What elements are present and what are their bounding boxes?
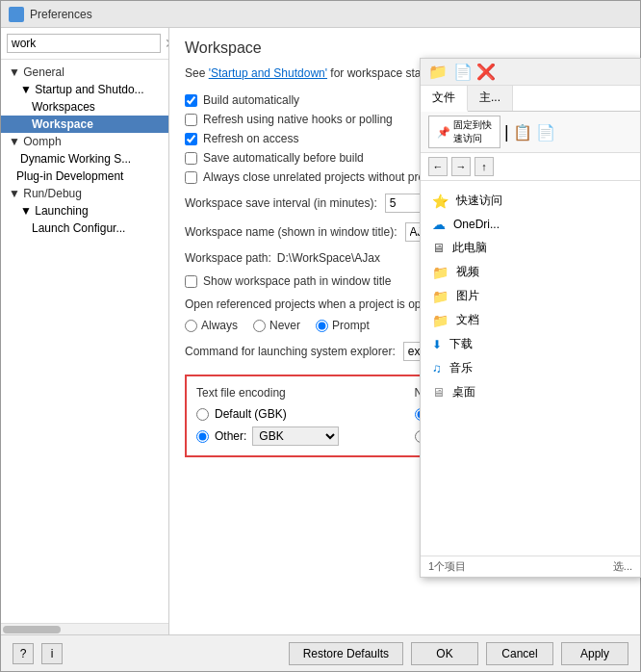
tree-item-workspace[interactable]: Workspace [1, 116, 168, 133]
never-label: Never [269, 319, 300, 332]
build-auto-checkbox[interactable] [185, 94, 197, 107]
tab-main[interactable]: 主... [468, 86, 513, 111]
scrollbar-thumb[interactable] [3, 626, 61, 633]
always-radio[interactable] [185, 320, 197, 332]
command-label: Command for launching system explorer: [185, 345, 396, 358]
music-label: 音乐 [449, 360, 473, 376]
paste-icon: 📄 [536, 123, 555, 142]
close-unrelated-checkbox[interactable] [185, 171, 197, 184]
docs-item[interactable]: 📁 文档 [428, 308, 632, 332]
desktop-label: 桌面 [452, 384, 475, 401]
tree-item-oomph[interactable]: ▼ Oomph [1, 133, 168, 150]
up-button[interactable]: ↑ [474, 157, 494, 176]
video-folder-icon: 📁 [432, 265, 449, 280]
separator-icon: | [504, 122, 509, 142]
quick-access-label: 快速访问 [456, 193, 502, 209]
tree-item-plugin[interactable]: Plug-in Development [1, 168, 168, 185]
folder-icon: 📁 [428, 63, 448, 81]
desktop-icon: 🖥 [432, 385, 445, 400]
explorer-titlebar: 📁 📄 ❌ [421, 59, 640, 86]
encoding-other-label: Other: [215, 429, 246, 443]
encoding-select[interactable]: GBK UTF-8 ISO-8859-1 [252, 426, 339, 446]
pin-label: 固定到快速访问 [453, 118, 492, 145]
tree: ▼ General ▼ Startup and Shutdo... Worksp… [1, 60, 168, 623]
prompt-label: Prompt [332, 319, 370, 332]
bottom-left: ? i [13, 643, 281, 664]
tree-item-workspaces[interactable]: Workspaces [1, 98, 168, 116]
always-label: Always [201, 319, 238, 332]
build-auto-label: Build automatically [203, 93, 299, 107]
apply-button[interactable]: Apply [561, 642, 628, 665]
docs-label: 文档 [456, 312, 479, 328]
explorer-toolbar: 📌 固定到快速访问 | 📋 📄 [421, 112, 640, 153]
item-count: 1个项目 [428, 559, 466, 574]
refresh-access-label: Refresh on access [203, 132, 298, 145]
encoding-default-row: Default (GBK) [196, 407, 396, 421]
startup-shutdown-link[interactable]: 'Startup and Shutdown' [209, 66, 327, 80]
encoding-other-row: Other: GBK UTF-8 ISO-8859-1 [196, 426, 396, 446]
tree-item-startup[interactable]: ▼ Startup and Shutdo... [1, 81, 168, 98]
prompt-radio[interactable] [316, 320, 328, 332]
encoding-other-radio[interactable] [196, 430, 209, 443]
forward-button[interactable]: → [451, 157, 471, 176]
pictures-item[interactable]: 📁 图片 [428, 284, 632, 308]
star-icon: ⭐ [432, 194, 449, 209]
refresh-native-checkbox[interactable] [185, 114, 197, 126]
explorer-nav: ← → ↑ [421, 153, 640, 181]
tab-files[interactable]: 文件 [421, 86, 468, 112]
help-button[interactable]: ? [13, 643, 34, 664]
encoding-default-radio[interactable] [196, 408, 209, 421]
explorer-statusbar: 1个项目 选... [421, 556, 640, 577]
cloud-icon: ☁ [432, 217, 446, 232]
explorer-overlay: 📁 📄 ❌ 文件 主... 📌 固定到快速访问 | 📋 📄 ← → ↑ ⭐ 快速… [420, 58, 641, 578]
video-item[interactable]: 📁 视频 [428, 260, 632, 284]
tree-item-general[interactable]: ▼ General [1, 64, 168, 81]
tree-item-launch[interactable]: Launch Configur... [1, 220, 168, 237]
save-before-checkbox[interactable] [185, 152, 197, 165]
refresh-access-checkbox[interactable] [185, 133, 197, 145]
tree-item-dynamic[interactable]: Dynamic Working S... [1, 150, 168, 168]
app-icon [9, 7, 24, 22]
search-input[interactable] [7, 34, 161, 53]
pin-button[interactable]: 📌 固定到快速访问 [428, 116, 500, 148]
window-title: Preferences [30, 8, 92, 21]
pc-label: 此电脑 [452, 240, 487, 256]
search-box: ✕ [1, 28, 168, 60]
tree-item-rundebug[interactable]: ▼ Run/Debug [1, 185, 168, 202]
tree-item-launching[interactable]: ▼ Launching [1, 202, 168, 220]
download-item[interactable]: ⬇ 下载 [428, 332, 632, 356]
save-before-label: Save automatically before build [203, 151, 364, 165]
bottom-bar: ? i Restore Defaults OK Cancel Apply [1, 634, 640, 671]
desktop-item[interactable]: 🖥 桌面 [428, 380, 632, 404]
pc-item[interactable]: 🖥 此电脑 [428, 236, 632, 260]
workspace-path-value: D:\WorkSpace\AJax [277, 251, 380, 265]
cancel-button[interactable]: Cancel [486, 642, 553, 665]
download-icon: ⬇ [432, 338, 442, 351]
onedrive-label: OneDri... [453, 218, 500, 231]
delete-icon: ❌ [476, 63, 496, 81]
docs-folder-icon: 📁 [432, 313, 449, 328]
show-path-checkbox[interactable] [185, 275, 197, 288]
ok-button[interactable]: OK [411, 642, 478, 665]
back-button[interactable]: ← [428, 157, 448, 176]
explorer-tabs: 文件 主... [421, 86, 640, 112]
pc-icon: 🖥 [432, 241, 445, 255]
horizontal-scrollbar[interactable] [1, 623, 168, 634]
music-item[interactable]: ♫ 音乐 [428, 356, 632, 380]
save-interval-label: Workspace save interval (in minutes): [185, 196, 377, 210]
restore-defaults-button[interactable]: Restore Defaults [289, 642, 403, 665]
quick-access-item[interactable]: ⭐ 快速访问 [428, 189, 632, 213]
pictures-label: 图片 [456, 288, 479, 304]
music-icon: ♫ [432, 361, 442, 375]
video-label: 视频 [456, 264, 479, 280]
prompt-option: Prompt [316, 319, 370, 332]
refresh-native-label: Refresh using native hooks or polling [203, 113, 393, 126]
never-radio[interactable] [253, 320, 266, 332]
close-unrelated-label: Always close unrelated projects without … [203, 170, 444, 184]
desc-pre: See [185, 66, 209, 80]
onedrive-item[interactable]: ☁ OneDri... [428, 213, 632, 236]
copy-icon: 📋 [513, 123, 532, 142]
show-path-label: Show workspace path in window title [203, 274, 391, 288]
selected-info: 选... [613, 559, 632, 574]
info-button[interactable]: i [41, 643, 63, 664]
